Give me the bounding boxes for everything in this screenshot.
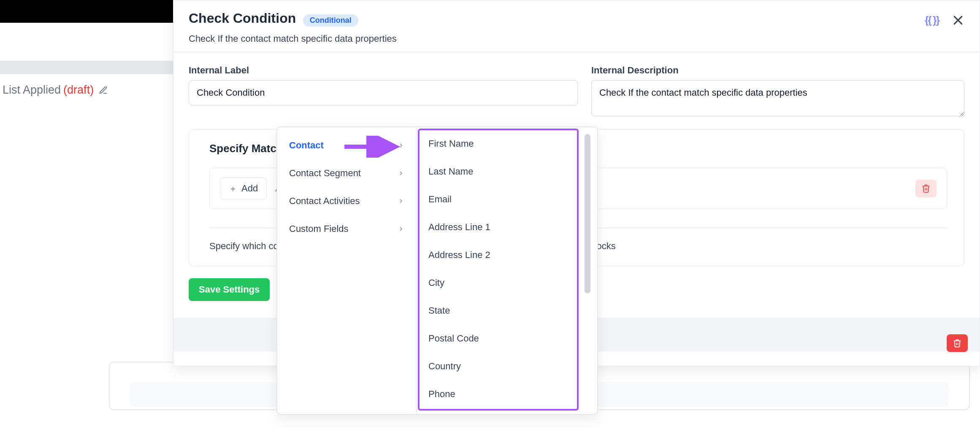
plus-icon: ＋ (229, 184, 237, 193)
add-condition-button[interactable]: ＋ Add (220, 177, 267, 199)
condition-popover: Contact Contact Segment Contact Activiti… (276, 126, 598, 415)
chevron-right-icon (398, 142, 404, 149)
internal-label-input[interactable] (189, 80, 578, 105)
field-city[interactable]: City (418, 269, 596, 297)
field-first-name[interactable]: First Name (418, 130, 596, 158)
category-contact-segment[interactable]: Contact Segment (277, 159, 416, 187)
field-email[interactable]: Email (418, 185, 596, 213)
field-address-line-1[interactable]: Address Line 1 (418, 213, 596, 241)
field-phone[interactable]: Phone (418, 380, 596, 408)
category-contact-activities[interactable]: Contact Activities (277, 187, 416, 215)
delete-block-button[interactable] (947, 334, 968, 352)
save-settings-button[interactable]: Save Settings (189, 278, 270, 301)
chevron-right-icon (398, 226, 404, 232)
close-icon[interactable] (952, 14, 964, 27)
internal-label-heading: Internal Label (189, 65, 578, 76)
field-address-line-2[interactable]: Address Line 2 (418, 241, 596, 269)
category-custom-fields[interactable]: Custom Fields (277, 215, 416, 243)
modal-title: Check Condition (189, 11, 296, 26)
popover-category-list: Contact Contact Segment Contact Activiti… (277, 127, 417, 414)
internal-desc-textarea[interactable]: Check If the contact match specific data… (591, 80, 964, 116)
delete-row-button[interactable] (915, 180, 937, 197)
chevron-right-icon (398, 198, 404, 204)
pencil-icon[interactable] (99, 86, 108, 95)
modal-subtitle: Check If the contact match specific data… (173, 33, 980, 52)
popover-field-list: First Name Last Name Email Address Line … (417, 127, 597, 414)
conditional-badge: Conditional (303, 14, 358, 27)
field-postal-code[interactable]: Postal Code (418, 325, 596, 352)
scrollbar[interactable] (585, 134, 590, 293)
internal-desc-heading: Internal Description (591, 65, 964, 76)
field-country[interactable]: Country (418, 352, 596, 380)
add-label: Add (241, 183, 258, 194)
category-contact[interactable]: Contact (277, 132, 416, 159)
field-state[interactable]: State (418, 297, 596, 325)
automation-name: List Applied (3, 83, 61, 97)
automation-status: (draft) (63, 83, 94, 97)
chevron-right-icon (398, 170, 404, 177)
braces-icon[interactable]: {{ }} (925, 14, 939, 26)
field-last-name[interactable]: Last Name (418, 158, 596, 185)
